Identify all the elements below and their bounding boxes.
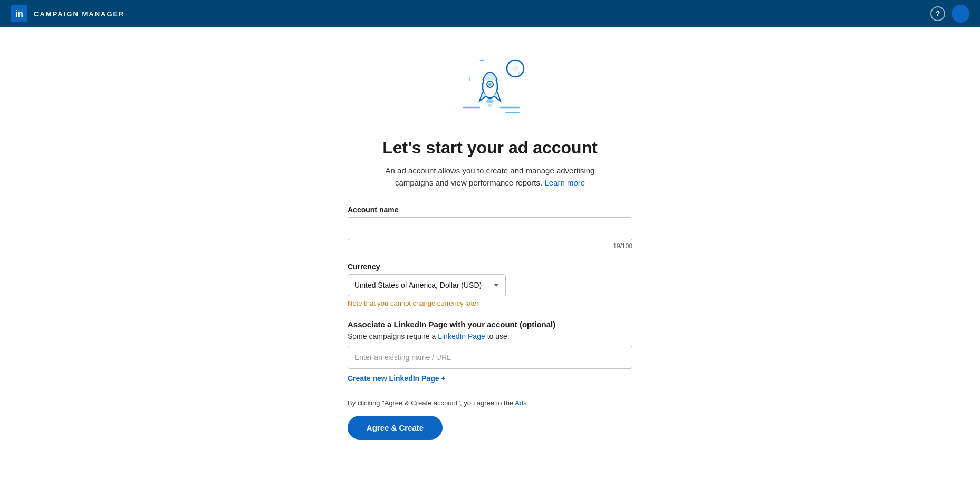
agree-create-button[interactable]: Agree & Create [348, 416, 443, 440]
create-linkedin-page-link[interactable]: Create new LinkedIn Page + [348, 374, 446, 383]
char-count: 19/100 [348, 242, 632, 250]
svg-text:+: + [468, 75, 472, 83]
svg-point-4 [512, 65, 518, 72]
header-title: CAMPAIGN MANAGER [34, 10, 125, 18]
associate-section-subtitle: Some campaigns require a LinkedIn Page t… [348, 332, 632, 340]
help-icon: ? [936, 9, 940, 18]
header: in CAMPAIGN MANAGER ? [0, 0, 980, 27]
user-avatar-button[interactable] [952, 5, 969, 23]
ads-agreement-link[interactable]: Ads [515, 399, 526, 407]
account-name-label: Account name [348, 206, 632, 214]
svg-text:+: + [479, 56, 484, 65]
associate-subtitle-before: Some campaigns require a [348, 332, 436, 340]
svg-point-7 [488, 83, 492, 86]
currency-note: Note that you cannot change currency lat… [348, 299, 632, 307]
account-name-field-group: Account name 19/100 [348, 206, 632, 250]
currency-label: Currency [348, 262, 632, 271]
logo-text: in [15, 8, 23, 19]
associate-subtitle-after: to use. [487, 332, 510, 340]
hero-illustration: + + + [437, 48, 543, 122]
linkedin-page-link[interactable]: LinkedIn Page [438, 332, 485, 340]
currency-select-wrapper: United States of America, Dollar (USD) E… [348, 274, 506, 296]
help-button[interactable]: ? [930, 6, 945, 21]
currency-field-group: Currency United States of America, Dolla… [348, 262, 632, 307]
svg-point-9 [488, 104, 492, 107]
associate-section-title: Associate a LinkedIn Page with your acco… [348, 320, 632, 329]
associate-linkedin-group: Associate a LinkedIn Page with your acco… [348, 320, 632, 383]
linkedin-page-input[interactable] [348, 346, 632, 369]
footer-text-before: By clicking "Agree & Create account", yo… [348, 399, 513, 407]
learn-more-link[interactable]: Learn more [544, 178, 585, 187]
agree-section: By clicking "Agree & Create account", yo… [348, 398, 632, 440]
form: Account name 19/100 Currency United Stat… [348, 206, 632, 452]
main-content: + + + Let's start [0, 27, 980, 488]
page-subtitle: An ad account allows you to create and m… [369, 165, 611, 189]
footer-text: By clicking "Agree & Create account", yo… [348, 398, 632, 408]
account-name-input[interactable] [348, 217, 632, 240]
rocket-illustration: + + + [437, 48, 543, 122]
svg-point-8 [486, 99, 494, 103]
page-title: Let's start your ad account [382, 138, 598, 158]
currency-select[interactable]: United States of America, Dollar (USD) E… [348, 274, 506, 296]
header-left: in CAMPAIGN MANAGER [11, 5, 125, 22]
linkedin-logo: in [11, 5, 27, 22]
header-right: ? [930, 5, 969, 23]
